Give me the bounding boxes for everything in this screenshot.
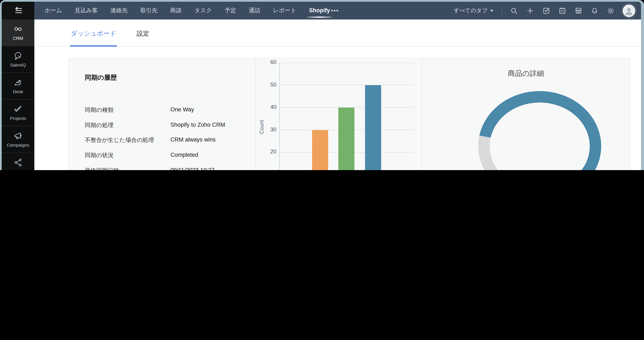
sync-field-label: 最終同期日時 xyxy=(85,167,170,170)
sync-field-value: One Way xyxy=(170,106,194,114)
sidebar-item-campaigns[interactable]: Campaigns xyxy=(2,126,34,153)
dashboard-panels: 同期の履歴 同期の種類 One Way同期の処理 Shopify to Zoho… xyxy=(68,58,630,170)
add-plus-icon[interactable] xyxy=(526,6,534,15)
sync-field-row: 不整合が生じた場合の処理 CRM always wins xyxy=(85,137,251,144)
sidebar-item-social[interactable]: Social xyxy=(2,153,34,170)
sync-field-label: 不整合が生じた場合の処理 xyxy=(85,137,170,144)
bar-chart-plot: 0102030405060 xyxy=(280,63,414,170)
y-tick-label: 30 xyxy=(260,126,276,132)
donut-hole xyxy=(490,102,590,170)
campaigns-icon xyxy=(13,131,23,140)
person-silhouette-icon xyxy=(624,5,634,16)
sidebar-item-label: CRM xyxy=(12,35,24,41)
sidebar-item-desk[interactable]: Desk xyxy=(2,73,34,100)
sidebar-item-label: Social xyxy=(11,169,25,170)
all-tabs-dropdown[interactable]: すべてのタブ xyxy=(454,7,494,14)
top-navigation-bar: ホーム見込み客連絡先取引先商談タスク予定通話レポートShopify ••• すべ… xyxy=(2,2,641,19)
sync-field-label: 同期の処理 xyxy=(85,121,170,129)
nav-tab-商談[interactable]: 商談 xyxy=(170,2,182,19)
nav-tab-レポート[interactable]: レポート xyxy=(273,2,296,19)
donut-chart-panel: 商品の詳細 有効な商品 Slice xyxy=(422,58,630,170)
nav-tab-見込み客[interactable]: 見込み客 xyxy=(74,2,98,19)
sync-field-row: 同期の種類 One Way xyxy=(85,106,251,114)
sync-field-value: 09/11/2023 10:27 xyxy=(170,167,214,170)
sidebar-collapse-button[interactable] xyxy=(2,2,34,19)
sync-field-label: 同期の状況 xyxy=(85,152,170,159)
hamburger-collapse-icon xyxy=(13,5,23,16)
sidebar-item-salesiq[interactable]: SalesIQ xyxy=(2,46,34,73)
chevron-down-icon xyxy=(490,9,494,12)
subtab-dashboard[interactable]: ダッシュボード xyxy=(70,30,117,46)
sidebar-item-label: Projects xyxy=(9,115,27,121)
bar-product xyxy=(338,107,354,170)
marketplace-store-icon[interactable] xyxy=(574,6,582,15)
sidebar-item-label: SalesIQ xyxy=(9,62,27,68)
bar-chart-panel: Count 0102030405060 ShopifyからZoho CRM Co… xyxy=(255,58,422,170)
sync-field-row: 同期の状況 Completed xyxy=(85,152,251,159)
calendar-icon[interactable] xyxy=(558,6,566,15)
nav-tab-shopify[interactable]: Shopify xyxy=(309,2,330,19)
donut-ring xyxy=(478,91,601,170)
bar-contact xyxy=(312,130,328,170)
sidebar-item-projects[interactable]: Projects xyxy=(2,100,34,126)
sync-field-value: CRM always wins xyxy=(170,137,216,144)
zoho-crm-window: ホーム見込み客連絡先取引先商談タスク予定通話レポートShopify ••• すべ… xyxy=(2,2,641,170)
sidebar-item-label: Campaigns xyxy=(6,142,30,148)
app-window-frame: ホーム見込み客連絡先取引先商談タスク予定通話レポートShopify ••• すべ… xyxy=(0,0,644,170)
nav-tab-取引先[interactable]: 取引先 xyxy=(140,2,158,19)
y-tick-label: 40 xyxy=(260,104,276,110)
desk-icon xyxy=(13,77,23,87)
sidebar-item-label: Desk xyxy=(12,89,24,94)
topbar-actions: すべてのタブ xyxy=(454,2,641,19)
donut-chart-title: 商品の詳細 xyxy=(422,69,630,78)
y-tick-label: 60 xyxy=(260,59,276,65)
nav-tab-タスク[interactable]: タスク xyxy=(194,2,212,19)
user-avatar[interactable] xyxy=(623,4,635,17)
projects-icon xyxy=(13,104,23,114)
search-icon[interactable] xyxy=(510,6,518,15)
more-tabs-icon[interactable]: ••• xyxy=(331,2,339,19)
nav-tab-連絡先[interactable]: 連絡先 xyxy=(110,2,128,19)
settings-gear-icon[interactable] xyxy=(607,6,615,15)
sidebar-item-crm[interactable]: CRM xyxy=(2,19,34,46)
all-tabs-label: すべてのタブ xyxy=(454,7,488,14)
sync-field-value: Completed xyxy=(170,152,198,159)
nav-tab-ホーム[interactable]: ホーム xyxy=(44,2,62,19)
y-tick-label: 20 xyxy=(260,148,276,155)
app-sidebar: CRMSalesIQDeskProjectsCampaignsSocialSur… xyxy=(2,19,34,170)
sync-field-row: 最終同期日時 09/11/2023 10:27 xyxy=(85,167,251,170)
salesiq-icon xyxy=(13,51,23,60)
y-tick-label: 50 xyxy=(260,81,276,88)
sync-history-panel: 同期の履歴 同期の種類 One Way同期の処理 Shopify to Zoho… xyxy=(69,58,255,170)
subtab-bar: ダッシュボード設定 xyxy=(34,19,641,47)
bar-order xyxy=(365,85,381,170)
gridline xyxy=(280,85,414,85)
nav-tab-通話[interactable]: 通話 xyxy=(249,2,260,19)
module-tabs: ホーム見込み客連絡先取引先商談タスク予定通話レポートShopify xyxy=(34,2,330,19)
divider xyxy=(502,6,502,15)
sync-field-label: 同期の種類 xyxy=(85,106,170,114)
social-icon xyxy=(13,157,23,167)
main-content: ダッシュボード設定 同期の履歴 同期の種類 One Way同期の処理 Shopi… xyxy=(34,19,641,170)
subtab-settings[interactable]: 設定 xyxy=(136,30,150,46)
nav-tab-予定[interactable]: 予定 xyxy=(225,2,236,19)
crm-icon xyxy=(13,24,23,34)
gridline xyxy=(280,62,414,63)
sync-history-title: 同期の履歴 xyxy=(85,74,117,82)
notifications-bell-icon[interactable] xyxy=(590,6,599,15)
sync-field-value: Shopify to Zoho CRM xyxy=(170,121,225,129)
sync-field-row: 同期の処理 Shopify to Zoho CRM xyxy=(85,121,251,129)
activity-feeds-icon[interactable] xyxy=(542,6,550,15)
